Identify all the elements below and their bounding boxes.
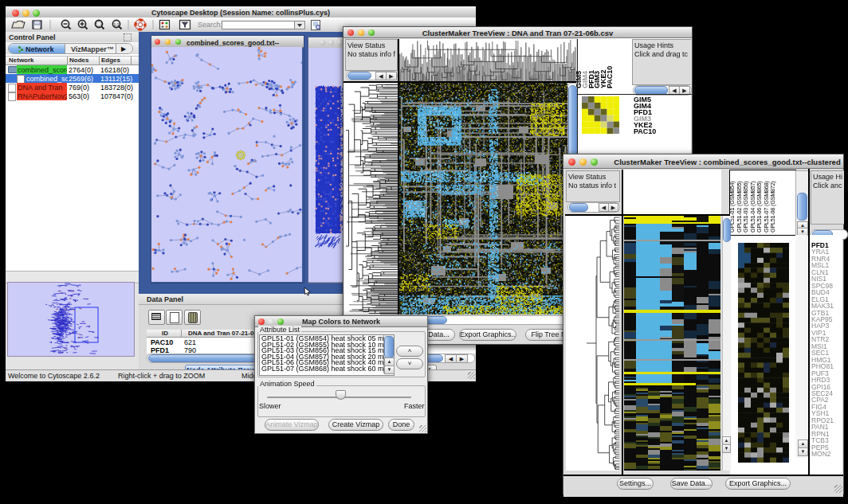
svg-text:1:1: 1:1 bbox=[114, 22, 120, 27]
svg-text:Search:: Search: bbox=[198, 21, 222, 29]
